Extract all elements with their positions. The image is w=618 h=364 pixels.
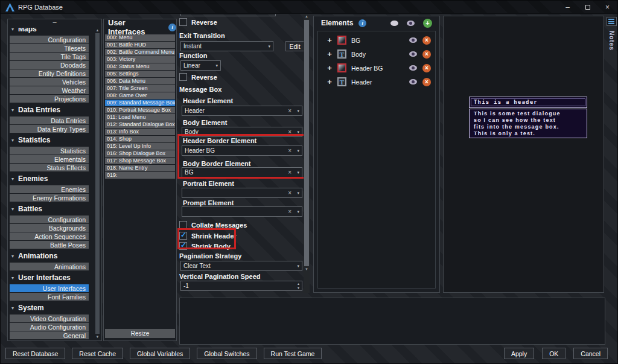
ui-list-item[interactable]: 010: Portrait Message Box xyxy=(105,107,175,113)
checkbox-unchecked-icon[interactable] xyxy=(179,73,187,81)
delete-element-button[interactable]: × xyxy=(422,64,431,72)
checkbox-checked-icon[interactable]: ✓ xyxy=(179,242,187,250)
resize-button[interactable]: Resize xyxy=(105,329,175,338)
ui-list-item[interactable]: 017: Shop Message Box xyxy=(105,158,175,164)
sidebar-row[interactable]: ▾ Configuration xyxy=(10,36,89,43)
sidebar-row[interactable]: ▾ Animations xyxy=(8,249,94,263)
scroll-down-icon[interactable]: ▼ xyxy=(96,334,100,339)
sidebar-row[interactable]: ▾ General xyxy=(10,331,89,339)
sidebar-row[interactable]: ▾ Elementals xyxy=(10,155,89,163)
sidebar-row[interactable]: ▾ Font Families xyxy=(10,293,89,301)
footer-button[interactable]: OK xyxy=(542,348,565,359)
footer-button[interactable]: Reset Database xyxy=(5,348,65,359)
footer-button[interactable]: Apply xyxy=(504,348,534,359)
move-icon[interactable]: + xyxy=(326,63,333,72)
footer-button[interactable]: Run Test Game xyxy=(264,348,322,359)
preview-message-body-box[interactable]: This is some test dialogueso I can see h… xyxy=(469,109,587,138)
sidebar-scrollbar[interactable]: ▲ ▼ xyxy=(95,28,100,339)
sidebar-row[interactable]: ▾ Backgrounds xyxy=(10,224,89,232)
ui-list-item[interactable]: 000: Menu xyxy=(105,34,175,41)
checkbox-unchecked-icon[interactable] xyxy=(179,18,187,26)
move-icon[interactable]: + xyxy=(326,49,333,59)
notes-list-icon[interactable] xyxy=(607,17,617,26)
ui-list-item[interactable]: 008: Game Over xyxy=(105,92,175,99)
checkbox-checked-icon[interactable]: ✓ xyxy=(179,232,187,240)
clear-icon[interactable]: × xyxy=(288,209,291,215)
ui-list-item[interactable]: 005: Settings xyxy=(105,71,175,77)
ui-list-item[interactable]: 002: Battle Command Menu xyxy=(105,49,175,56)
sidebar-row[interactable]: ▾ Enemies xyxy=(10,185,89,193)
ui-list-item[interactable]: 001: Battle HUD xyxy=(105,42,175,48)
sidebar-row[interactable]: ▾ Animations xyxy=(10,263,89,270)
reverse2-checkbox-row[interactable]: Reverse xyxy=(179,73,217,81)
sidebar-row[interactable]: ▾ Vehicles xyxy=(10,78,89,86)
portrait-element-dropdown[interactable]: × ▾ xyxy=(182,188,302,198)
pagination-strategy-dropdown[interactable]: Clear Text ▾ xyxy=(180,261,302,271)
visibility-eye-icon[interactable] xyxy=(409,37,417,43)
clear-icon[interactable]: × xyxy=(288,148,291,154)
ui-list-item[interactable]: 015: Level Up Info xyxy=(105,143,175,150)
clear-icon[interactable]: × xyxy=(288,170,291,176)
clear-icon[interactable]: × xyxy=(288,190,291,196)
hide-all-eye-icon[interactable] xyxy=(390,21,398,26)
collate-messages-checkbox-row[interactable]: Collate Messages xyxy=(179,221,247,229)
preview-canvas[interactable]: This is a header This is some test dialo… xyxy=(443,16,604,293)
element-row[interactable]: + Body × xyxy=(318,47,435,61)
sidebar-row[interactable]: ▾ System xyxy=(8,301,94,315)
show-all-eye-icon[interactable] xyxy=(407,21,415,26)
sidebar-row[interactable]: ▾ Tile Tags xyxy=(10,53,89,60)
ui-list-item[interactable]: 012: Standard Dialogue Box xyxy=(105,121,175,128)
vertical-pagination-speed-stepper[interactable]: -1 ▴ ▾ xyxy=(180,281,302,291)
preview-message-header-box[interactable]: This is a header xyxy=(469,97,587,108)
checkbox-unchecked-icon[interactable] xyxy=(179,221,187,229)
element-row[interactable]: + Header BG × xyxy=(318,61,435,75)
add-element-button[interactable]: + xyxy=(423,19,432,28)
body-border-element-dropdown[interactable]: BG × ▾ xyxy=(182,167,302,177)
ui-list-item[interactable]: 004: Status Menu xyxy=(105,63,175,70)
header-element-dropdown[interactable]: Header × ▾ xyxy=(182,106,302,116)
close-button[interactable]: × xyxy=(597,1,617,14)
sidebar-row[interactable]: ▾ Enemy Formations xyxy=(10,194,89,202)
sidebar-row[interactable]: ▾ Projections xyxy=(10,95,89,103)
function-dropdown[interactable]: Linear ▾ xyxy=(180,60,221,71)
sidebar-row[interactable]: ▾ Data Entry Types xyxy=(10,125,89,133)
header-border-element-dropdown[interactable]: Header BG × ▾ xyxy=(182,145,302,156)
shrink-body-checkbox-row[interactable]: ✓ Shrink Body xyxy=(179,242,231,250)
shrink-header-checkbox-row[interactable]: ✓ Shrink Header xyxy=(179,232,237,240)
sidebar-row[interactable]: ▾ Data Entries xyxy=(8,103,94,117)
sidebar-row[interactable]: ▾ Statistics xyxy=(8,133,94,147)
ui-list-item[interactable]: 016: Shop Dialogue Box xyxy=(105,150,175,157)
move-icon[interactable]: + xyxy=(326,36,333,45)
sidebar-row[interactable]: ▾ Maps xyxy=(8,28,94,36)
delete-element-button[interactable]: × xyxy=(422,78,431,86)
sidebar-row[interactable]: ▾ User Interfaces xyxy=(10,284,89,292)
scrollbar-thumb[interactable] xyxy=(304,20,309,266)
reverse-checkbox-row[interactable]: Reverse xyxy=(179,18,217,26)
scroll-up-icon[interactable]: ▲ xyxy=(305,14,308,19)
sidebar-row[interactable]: ▾ Status Effects xyxy=(10,164,89,171)
sidebar-row[interactable]: ▾ Battle Poses xyxy=(10,241,89,249)
scrollbar-thumb[interactable] xyxy=(95,33,100,334)
ui-list-item[interactable]: 006: Data Menu xyxy=(105,78,175,85)
notes-side-tab[interactable]: Notes xyxy=(605,16,618,293)
move-icon[interactable]: + xyxy=(326,77,333,86)
sidebar-row[interactable]: ▾ User Interfaces xyxy=(8,271,94,284)
exit-transition-dropdown[interactable]: Instant × ▾ xyxy=(180,41,273,51)
visibility-eye-icon[interactable] xyxy=(409,79,417,85)
ui-list-item[interactable]: 018: Name Entry xyxy=(105,165,175,171)
sidebar-row[interactable]: ▾ Data Entries xyxy=(10,117,89,124)
sidebar-row[interactable]: ▾ Battles xyxy=(8,202,94,216)
spin-down-icon[interactable]: ▾ xyxy=(298,286,299,290)
sidebar-row[interactable]: ▾ Video Configuration xyxy=(10,315,89,322)
sidebar-row[interactable]: ▾ Statistics xyxy=(10,147,89,155)
ui-list-item[interactable]: 003: Victory xyxy=(105,56,175,63)
prompt-element-dropdown[interactable]: × ▾ xyxy=(182,206,302,217)
maximize-button[interactable] xyxy=(578,1,597,14)
ui-list-item[interactable]: 009: Standard Message Box xyxy=(105,100,175,106)
ui-list-item[interactable]: 011: Load Menu xyxy=(105,114,175,121)
info-icon[interactable]: i xyxy=(358,19,366,27)
element-row[interactable]: + BG × xyxy=(318,33,435,47)
footer-button[interactable]: Reset Cache xyxy=(72,348,123,359)
sidebar-row[interactable]: ▾ Configuration xyxy=(10,216,89,223)
edit-button[interactable]: Edit xyxy=(285,41,304,51)
